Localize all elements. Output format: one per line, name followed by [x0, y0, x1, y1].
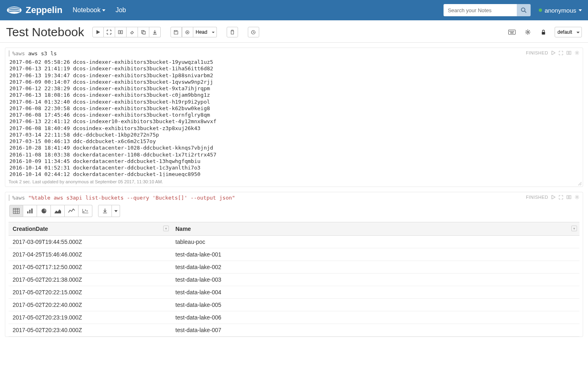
pie-chart-icon [41, 208, 47, 214]
table-cell: test-data-lake-005 [171, 299, 579, 311]
table-row[interactable]: 2017-05-02T20:23:40.000Ztest-data-lake-0… [9, 324, 579, 337]
viz-bar-button[interactable] [23, 205, 37, 217]
filter-icon[interactable]: ▾ [163, 226, 169, 231]
clear-output-button[interactable] [127, 27, 138, 37]
table-row[interactable]: 2017-05-02T20:23:19.000Ztest-data-lake-0… [9, 311, 579, 324]
svg-line-22 [529, 30, 530, 31]
svg-rect-10 [509, 31, 510, 32]
caret-down-icon [102, 9, 105, 11]
line-chart-icon [68, 209, 75, 213]
table-cell: test-data-lake-002 [171, 261, 579, 274]
interpreter-binding-button[interactable] [522, 27, 533, 37]
note-permissions-button[interactable] [538, 27, 549, 37]
svg-line-33 [578, 51, 578, 52]
svg-point-15 [527, 31, 529, 33]
search-group [444, 4, 531, 16]
svg-rect-14 [510, 33, 514, 33]
target-icon [185, 30, 190, 35]
table-cell: 2017-05-02T20:22:15.000Z [9, 286, 171, 299]
set-revision-button[interactable] [182, 27, 193, 37]
run-all-button[interactable] [92, 27, 104, 37]
paragraph-2-editor[interactable]: %aws "%table aws s3api list-buckets --qu… [9, 195, 579, 201]
viz-pie-button[interactable] [37, 205, 51, 217]
download-menu-button[interactable] [112, 205, 120, 217]
caret-down-icon [114, 210, 118, 212]
paragraph-1-editor[interactable]: %aws aws s3 ls [9, 50, 579, 56]
download-icon [153, 30, 157, 35]
nav-job[interactable]: Job [116, 7, 126, 14]
viz-area-button[interactable] [51, 205, 65, 217]
table-row[interactable]: 2017-04-25T15:46:46.000Ztest-data-lake-0… [9, 248, 579, 261]
viz-scatter-button[interactable] [79, 205, 92, 217]
note-mode-select[interactable]: default [555, 27, 582, 37]
run-controls [92, 27, 161, 37]
lock-icon [541, 30, 546, 35]
status-dot-icon [539, 9, 542, 12]
hide-output-button[interactable] [566, 51, 571, 55]
table-cell: test-data-lake-007 [171, 324, 579, 337]
clone-note-button[interactable] [138, 27, 149, 37]
brand-logo[interactable]: Zeppelin [6, 5, 62, 15]
caret-down-icon [579, 9, 582, 11]
keyboard-shortcuts-button[interactable] [506, 27, 518, 37]
paragraph-settings-button[interactable] [575, 50, 579, 55]
paragraph-2-controls: FINISHED [526, 195, 579, 200]
filter-icon[interactable]: ▾ [571, 226, 577, 231]
scatter-chart-icon [82, 209, 89, 213]
search-button[interactable] [517, 4, 531, 16]
column-header-creationdate[interactable]: CreationDate▾ [9, 222, 171, 236]
user-menu[interactable]: anonymous [539, 7, 582, 14]
svg-point-36 [576, 196, 578, 198]
svg-line-44 [575, 198, 576, 198]
clock-icon [251, 30, 256, 35]
table-row[interactable]: 2017-05-02T20:22:15.000Ztest-data-lake-0… [9, 286, 579, 299]
area-chart-icon [55, 209, 61, 213]
hide-editor-button[interactable] [559, 51, 563, 55]
table-cell: 2017-05-02T20:22:40.000Z [9, 299, 171, 311]
export-note-button[interactable] [149, 27, 161, 37]
save-icon [174, 30, 178, 35]
paragraph-settings-button[interactable] [575, 195, 579, 200]
search-input[interactable] [444, 4, 517, 16]
table-cell: tableau-poc [171, 236, 579, 248]
viz-line-button[interactable] [65, 205, 79, 217]
paragraph-1: FINISHED %aws aws s3 ls 2017-06-02 05:58… [5, 48, 583, 187]
resize-handle[interactable] [577, 181, 582, 186]
show-hide-output-button[interactable] [115, 27, 127, 37]
gear-icon [575, 50, 579, 55]
table-row[interactable]: 2017-05-02T17:12:50.000Ztest-data-lake-0… [9, 261, 579, 274]
interpreter-label: %aws [12, 195, 25, 201]
table-row[interactable]: 2017-03-09T19:44:55.000Ztableau-poc [9, 236, 579, 248]
table-cell: 2017-05-02T20:21:38.000Z [9, 274, 171, 286]
trash-button[interactable] [227, 27, 238, 37]
hide-output-button[interactable] [566, 195, 571, 199]
resize-icon [577, 181, 582, 186]
hide-editor-button[interactable] [559, 195, 563, 200]
svg-point-1 [522, 8, 525, 11]
svg-rect-9 [509, 30, 516, 35]
nav-notebook-label: Notebook [72, 7, 101, 14]
table-row[interactable]: 2017-05-02T20:22:40.000Ztest-data-lake-0… [9, 299, 579, 311]
page-title[interactable]: Test Notebook [6, 25, 84, 39]
user-name: anonymous [544, 7, 576, 14]
table-cell: test-data-lake-001 [171, 248, 579, 261]
viz-table-button[interactable] [9, 205, 23, 217]
scheduler-button[interactable] [248, 27, 259, 37]
table-cell: test-data-lake-006 [171, 311, 579, 324]
show-hide-code-button[interactable] [104, 27, 115, 37]
commit-button[interactable] [170, 27, 182, 37]
play-icon [96, 30, 100, 34]
run-paragraph-button[interactable] [551, 195, 555, 199]
column-header-name[interactable]: Name▾ [171, 222, 579, 236]
run-paragraph-button[interactable] [551, 51, 555, 55]
svg-line-42 [578, 198, 578, 198]
nav-notebook[interactable]: Notebook [72, 7, 105, 14]
revision-select[interactable]: Head [193, 27, 217, 37]
svg-rect-52 [31, 209, 33, 213]
table-row[interactable]: 2017-05-02T20:21:38.000Ztest-data-lake-0… [9, 274, 579, 286]
svg-line-34 [575, 54, 576, 54]
download-data-button[interactable] [98, 205, 112, 217]
svg-line-2 [525, 11, 527, 13]
nav-links: Notebook Job [72, 7, 444, 14]
command-text: "%table aws s3api list-buckets --query '… [28, 195, 235, 201]
